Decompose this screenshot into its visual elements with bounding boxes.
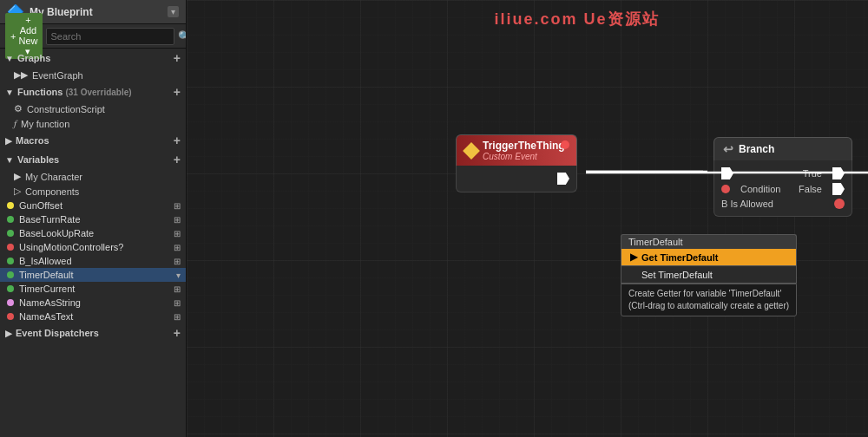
usingmotioncontrollers-dot — [7, 244, 14, 251]
bisallowed-arrow-icon: ⊞ — [174, 257, 181, 266]
gunoffset-arrow-icon: ⊞ — [174, 201, 181, 211]
category-my-character[interactable]: ▶ My Character — [0, 169, 186, 184]
branch-false-pin[interactable] — [832, 183, 845, 195]
sidebar-title: My Blueprint — [30, 6, 162, 18]
sidebar-item-eventgraph[interactable]: ▶▶ EventGraph — [0, 68, 186, 82]
my-character-label: My Character — [25, 172, 82, 182]
branch-body: True Condition False B Is Allowed — [713, 160, 852, 217]
trigger-subtitle: Custom Event — [483, 152, 565, 161]
branch-false-row: Condition False — [714, 181, 852, 197]
var-usingmotioncontrollers[interactable]: UsingMotionControllers? ⊞ — [0, 240, 186, 254]
gunoffset-label: GunOffset — [19, 200, 174, 211]
timerdefault-dot — [7, 271, 14, 278]
watermark: iliue.com Ue资源站 — [494, 9, 659, 29]
eventgraph-label: EventGraph — [32, 70, 83, 81]
event-dispatchers-arrow-icon: ▶ — [5, 329, 12, 338]
category-components[interactable]: ▷ Components — [0, 184, 186, 199]
function-icon: 𝑓 — [14, 118, 16, 129]
trigger-title: TriggerTheThing — [483, 140, 565, 152]
context-menu-set-item[interactable]: ▶ Set TimerDefault — [621, 266, 797, 284]
context-menu-header: TimerDefault — [621, 234, 797, 249]
trigger-header: TriggerTheThing Custom Event — [456, 134, 577, 166]
search-input[interactable] — [46, 28, 174, 45]
baselookuprate-label: BaseLookUpRate — [19, 228, 174, 238]
section-macros[interactable]: ▶ Macros + — [0, 131, 186, 150]
add-macro-button[interactable]: + — [174, 134, 181, 147]
functions-label: Functions — [17, 87, 63, 97]
timerdefault-arrow-icon: ▾ — [176, 271, 181, 280]
branch-title: Branch — [739, 143, 774, 155]
myfunction-label: My function — [21, 119, 69, 129]
eventgraph-icon: ▶▶ — [14, 69, 28, 81]
sidebar-toolbar: + + Add New ▾ 🔍 👁 — [0, 24, 186, 49]
graphs-label: Graphs — [17, 53, 51, 63]
sidebar-item-myfunction[interactable]: 𝑓 My function — [0, 116, 186, 131]
var-bisallowed[interactable]: B_IsAllowed ⊞ — [0, 254, 186, 268]
bisallowed-dot — [7, 258, 14, 264]
var-gunoffset[interactable]: GunOffset ⊞ — [0, 199, 186, 212]
node-error-indicator — [561, 140, 569, 149]
add-variable-button[interactable]: + — [174, 153, 181, 166]
branch-bisallowed-label: B Is Allowed — [721, 199, 827, 209]
search-button[interactable]: 🔍 — [178, 30, 187, 42]
branch-bisallowed-pin[interactable] — [834, 199, 845, 209]
branch-true-label: True — [803, 168, 822, 179]
branch-condition-pin[interactable] — [721, 185, 730, 193]
timercurrent-dot — [7, 285, 14, 292]
components-arrow-icon: ▷ — [14, 186, 21, 197]
var-baseturnrate[interactable]: BaseTurnRate ⊞ — [0, 212, 186, 226]
node-trigger[interactable]: TriggerTheThing Custom Event — [456, 134, 577, 192]
add-function-button[interactable]: + — [174, 85, 181, 99]
branch-icon: ↩ — [723, 142, 733, 156]
branch-condition-label: Condition — [740, 184, 792, 194]
sidebar: 🔷 My Blueprint ▾ + + Add New ▾ 🔍 👁 ▼ Gra… — [0, 0, 187, 437]
nameasstring-label: NameAsString — [19, 297, 174, 308]
baseturnrate-dot — [7, 216, 14, 223]
macros-arrow-icon: ▶ — [5, 136, 12, 146]
node-branch[interactable]: ↩ Branch True Condition False B Is Allow… — [713, 137, 852, 217]
baselookuprate-dot — [7, 230, 14, 237]
branch-exec-in-pin[interactable] — [721, 167, 733, 179]
functions-count: (31 Overridable) — [65, 88, 131, 97]
blueprint-canvas[interactable]: iliue.com Ue资源站 TriggerTheThing Custom E… — [187, 0, 868, 437]
section-graphs[interactable]: ▼ Graphs + — [0, 49, 186, 68]
var-timercurrent[interactable]: TimerCurrent ⊞ — [0, 282, 186, 296]
var-baselookuprate[interactable]: BaseLookUpRate ⊞ — [0, 226, 186, 240]
nameasstring-arrow-icon: ⊞ — [174, 298, 181, 308]
add-graph-button[interactable]: + — [174, 51, 181, 65]
macros-label: Macros — [16, 135, 49, 146]
baseturnrate-label: BaseTurnRate — [19, 214, 174, 225]
nameasstring-dot — [7, 299, 14, 306]
trigger-exec-out-pin[interactable] — [557, 173, 569, 185]
get-item-icon: ▶ — [630, 251, 637, 263]
graphs-arrow-icon: ▼ — [5, 54, 14, 63]
branch-bisallowed-row: B Is Allowed — [714, 197, 852, 211]
bisallowed-label: B_IsAllowed — [19, 256, 174, 266]
var-timerdefault[interactable]: TimerDefault ▾ — [0, 268, 186, 282]
event-dispatchers-label: Event Dispatchers — [16, 328, 99, 338]
branch-false-label: False — [799, 184, 822, 194]
sidebar-collapse-button[interactable]: ▾ — [168, 6, 179, 17]
context-menu-tooltip: Create Getter for variable 'TimerDefault… — [621, 284, 797, 316]
add-icon: + — [10, 31, 16, 42]
wire-overlay — [187, 0, 868, 437]
baseturnrate-arrow-icon: ⊞ — [174, 215, 181, 225]
section-variables[interactable]: ▼ Variables + — [0, 150, 186, 169]
var-nameastext[interactable]: NameAsText ⊞ — [0, 310, 186, 323]
branch-true-pin[interactable] — [832, 167, 845, 179]
category-arrow-icon: ▶ — [14, 171, 21, 182]
context-menu-get-item[interactable]: ▶ Get TimerDefault — [621, 249, 797, 266]
nameastext-dot — [7, 313, 14, 320]
var-nameasstring[interactable]: NameAsString ⊞ — [0, 296, 186, 310]
constructionscript-icon: ⚙ — [14, 103, 23, 114]
sidebar-item-constructionscript[interactable]: ⚙ ConstructionScript — [0, 101, 186, 116]
variables-arrow-icon: ▼ — [5, 155, 14, 165]
timercurrent-arrow-icon: ⊞ — [174, 284, 181, 294]
timercurrent-label: TimerCurrent — [19, 284, 174, 294]
add-event-dispatcher-button[interactable]: + — [174, 326, 181, 340]
functions-arrow-icon: ▼ — [5, 88, 14, 97]
trigger-diamond-icon — [463, 142, 480, 160]
section-event-dispatchers[interactable]: ▶ Event Dispatchers + — [0, 323, 186, 342]
section-functions[interactable]: ▼ Functions (31 Overridable) + — [0, 82, 186, 101]
get-timerdefault-label: Get TimerDefault — [641, 252, 718, 263]
